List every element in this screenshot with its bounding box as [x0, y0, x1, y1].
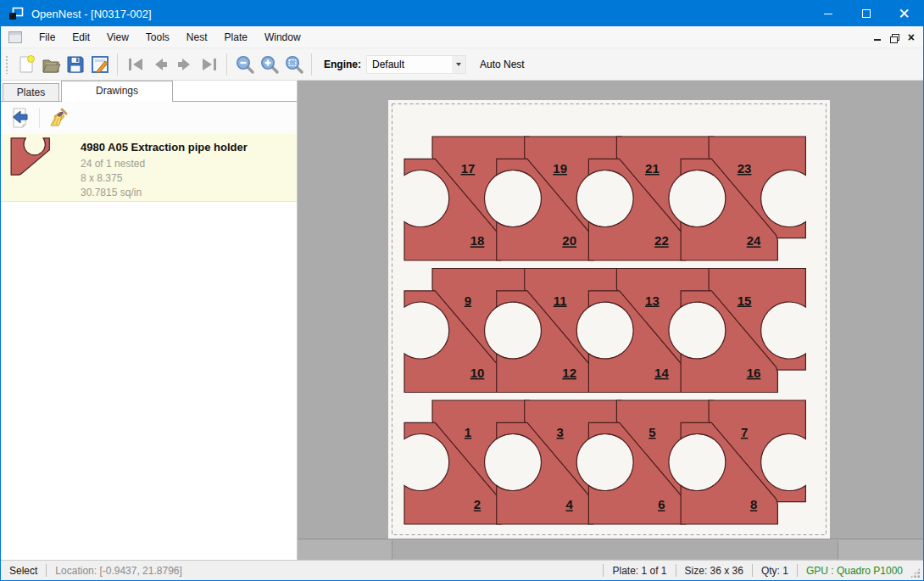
- part-number-label: 18: [470, 233, 485, 248]
- toolbar-separator: [311, 53, 312, 75]
- part-number-label: 13: [645, 293, 660, 308]
- main-toolbar: Engine: Default Auto Nest: [1, 48, 923, 81]
- new-file-icon: [16, 54, 36, 75]
- drawing-nested-count: 24 of 1 nested: [81, 157, 290, 171]
- drawing-dimensions: 8 x 8.375: [81, 171, 290, 186]
- status-separator: [46, 564, 47, 577]
- status-separator: [676, 564, 676, 577]
- new-file-button[interactable]: [14, 52, 38, 76]
- nest-canvas[interactable]: 171819202122232491011121314151612345678: [298, 81, 923, 560]
- go-last-button[interactable]: [197, 52, 221, 76]
- clean-button[interactable]: [46, 105, 71, 131]
- menu-item-tools[interactable]: Tools: [137, 27, 178, 47]
- toolbar-grip[interactable]: [5, 55, 8, 74]
- part-number-label: 20: [562, 233, 576, 248]
- drawing-item-info: 4980 A05 Extraction pipe holder 24 of 1 …: [81, 138, 290, 197]
- go-next-button[interactable]: [172, 52, 197, 76]
- part-number-label: 14: [654, 366, 669, 380]
- engine-combobox-value: Default: [367, 59, 452, 70]
- menu-item-nest[interactable]: Nest: [178, 27, 216, 47]
- menu-item-edit[interactable]: Edit: [64, 27, 98, 47]
- status-separator: [603, 564, 604, 577]
- maximize-button[interactable]: [847, 1, 885, 26]
- panel-toolbar-separator: [39, 108, 40, 128]
- open-file-button[interactable]: [38, 52, 63, 76]
- tab-plates[interactable]: Plates: [3, 83, 59, 101]
- go-last-icon: [199, 54, 220, 75]
- part-number-label: 24: [747, 233, 761, 248]
- sidebar-tabstrip: Plates Drawings: [1, 81, 297, 102]
- drawing-list-item[interactable]: 4980 A05 Extraction pipe holder 24 of 1 …: [1, 134, 297, 202]
- zoom-in-icon: [259, 54, 280, 75]
- status-plate-count: Plate: 1 of 1: [612, 565, 666, 577]
- tab-drawings[interactable]: Drawings: [61, 81, 173, 102]
- part-number-label: 9: [465, 293, 471, 308]
- close-button[interactable]: ✕: [885, 1, 923, 26]
- menu-item-window[interactable]: Window: [256, 27, 309, 47]
- drawings-toolbar: [1, 102, 297, 134]
- resize-grip-icon[interactable]: [910, 567, 921, 578]
- drawing-area: 30.7815 sq/in: [81, 186, 290, 200]
- go-previous-icon: [150, 54, 170, 75]
- zoom-fit-button[interactable]: [281, 52, 306, 76]
- part-number-label: 21: [645, 161, 660, 176]
- drawing-title: 4980 A05 Extraction pipe holder: [81, 141, 290, 154]
- part-number-label: 11: [554, 293, 567, 308]
- engine-combobox[interactable]: Default: [366, 55, 466, 74]
- zoom-in-button[interactable]: [257, 52, 281, 76]
- mdi-minimize-icon[interactable]: [874, 39, 881, 41]
- return-arrow-icon: [9, 107, 31, 129]
- part-number-label: 22: [654, 233, 669, 248]
- go-first-button[interactable]: [123, 52, 148, 76]
- canvas-horizontal-scrollbar[interactable]: [298, 539, 923, 560]
- part-number-label: 2: [474, 497, 481, 511]
- window-title: OpenNest - [N0317-002]: [31, 8, 152, 20]
- part-number-label: 3: [557, 425, 564, 439]
- close-icon: ✕: [898, 7, 910, 21]
- status-separator: [752, 564, 753, 577]
- part-number-label: 4: [566, 497, 574, 511]
- plate-view[interactable]: 171819202122232491011121314151612345678: [388, 100, 830, 539]
- go-previous-button[interactable]: [148, 52, 172, 76]
- save-button[interactable]: [63, 52, 87, 76]
- mdi-close-icon[interactable]: ×: [908, 32, 915, 42]
- go-first-icon: [125, 54, 146, 75]
- minimize-icon: [824, 14, 832, 14]
- status-location: Location: [-0.9437, 21.8796]: [55, 565, 181, 577]
- part-number-label: 7: [741, 425, 748, 439]
- save-edit-button[interactable]: [87, 52, 112, 76]
- maximize-icon: [862, 9, 871, 18]
- open-file-icon: [41, 54, 61, 75]
- sidebar-panel: Plates Drawings: [1, 81, 298, 560]
- broom-icon: [47, 107, 70, 129]
- go-next-icon: [175, 54, 195, 75]
- menu-item-file[interactable]: File: [31, 27, 64, 47]
- zoom-fit-icon: [284, 54, 304, 75]
- status-plate-size: Size: 36 x 36: [685, 565, 743, 577]
- part-number-label: 23: [738, 161, 752, 176]
- menu-item-plate[interactable]: Plate: [216, 27, 256, 47]
- toolbar-separator: [226, 53, 227, 75]
- part-number-label: 19: [553, 161, 567, 176]
- menu-items: FileEditViewToolsNestPlateWindow: [31, 27, 309, 47]
- auto-nest-button[interactable]: Auto Nest: [471, 53, 533, 75]
- app-window: OpenNest - [N0317-002] ✕ FileEditViewToo…: [0, 0, 924, 581]
- minimize-button[interactable]: [809, 1, 847, 26]
- scrollbar-thumb[interactable]: [392, 540, 838, 559]
- part-number-label: 12: [562, 366, 576, 380]
- menu-item-view[interactable]: View: [98, 27, 137, 47]
- part-number-label: 5: [648, 425, 655, 439]
- zoom-out-button[interactable]: [232, 52, 257, 76]
- part-thumbnail-shape: [9, 137, 75, 198]
- mdi-restore-icon[interactable]: [892, 34, 899, 41]
- zoom-out-icon: [235, 54, 255, 75]
- save-icon: [65, 54, 86, 75]
- mdi-window-controls: ×: [874, 32, 915, 42]
- part-number-label: 15: [738, 293, 752, 308]
- return-part-button[interactable]: [8, 105, 33, 131]
- combobox-dropdown-icon[interactable]: [452, 56, 465, 73]
- part-number-label: 16: [747, 366, 761, 380]
- part-number-label: 1: [465, 425, 471, 439]
- mdi-document-icon[interactable]: [8, 31, 22, 43]
- save-edit-icon: [90, 54, 110, 75]
